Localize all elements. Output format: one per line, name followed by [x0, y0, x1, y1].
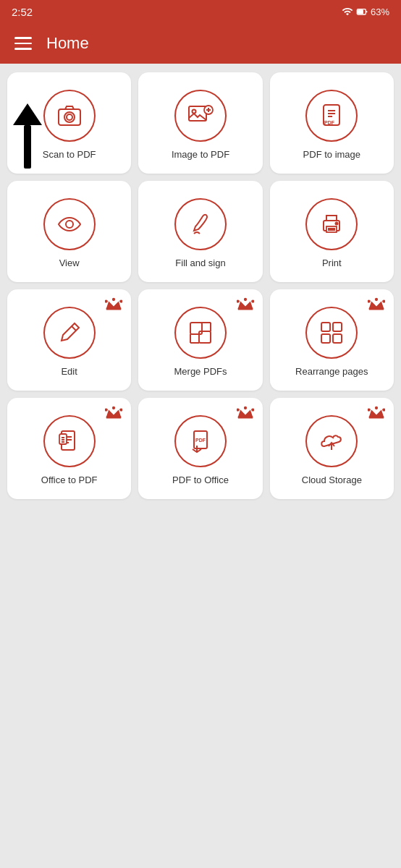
pdf-to-image-icon: PDF: [318, 102, 345, 129]
pdf-to-office-icon: PDF: [187, 427, 214, 455]
grid-item-fill-and-sign[interactable]: Fill and sign: [138, 181, 262, 282]
svg-point-22: [112, 298, 115, 301]
pdf-to-office-crown: [237, 405, 254, 422]
rearrange-icon: [318, 319, 345, 346]
crown-icon: [105, 405, 122, 420]
status-bar: 2:52 63%: [0, 0, 401, 23]
svg-rect-67: [369, 416, 384, 418]
fill-sign-icon: [187, 210, 214, 238]
svg-point-39: [375, 298, 378, 301]
svg-rect-37: [369, 307, 384, 310]
cloud-storage-label: Cloud Storage: [302, 475, 362, 487]
svg-point-5: [67, 114, 72, 120]
grid-item-view[interactable]: View: [7, 181, 131, 282]
merge-pdfs-label: Merge PDFs: [174, 366, 227, 378]
crown-icon: [105, 297, 122, 311]
svg-rect-46: [106, 416, 122, 418]
svg-point-18: [336, 222, 338, 224]
svg-rect-44: [333, 334, 342, 343]
menu-button[interactable]: [12, 34, 35, 53]
pdf-to-image-label: PDF to image: [303, 149, 360, 161]
arrow-indicator: [10, 103, 45, 169]
svg-text:PDF: PDF: [324, 120, 335, 125]
page-title: Home: [46, 34, 89, 53]
svg-point-62: [251, 408, 254, 411]
grid-item-pdf-to-office[interactable]: PDF PDF to Office: [138, 398, 262, 499]
svg-point-27: [237, 299, 240, 302]
edit-icon: [56, 319, 83, 346]
svg-rect-26: [237, 307, 253, 310]
grid-item-pdf-to-image[interactable]: PDF PDF to image: [270, 72, 394, 174]
svg-rect-59: [237, 416, 253, 418]
print-label: Print: [322, 258, 342, 270]
rearrange-icon-circle: [305, 307, 358, 359]
time: 2:52: [12, 6, 33, 18]
merge-icon-circle: [174, 307, 227, 359]
svg-point-38: [368, 299, 371, 302]
print-icon: [318, 210, 345, 238]
camera-icon: [56, 102, 83, 129]
grid-item-rearrange-pages[interactable]: Rearrange pages: [270, 289, 394, 391]
eye-icon: [56, 210, 83, 238]
crown-icon: [237, 297, 254, 311]
svg-rect-42: [333, 323, 342, 331]
rearrange-crown: [368, 297, 385, 314]
edit-label: Edit: [61, 366, 77, 378]
view-icon-circle: [43, 198, 96, 250]
svg-rect-41: [321, 323, 330, 331]
merge-crown: [237, 297, 254, 314]
office-to-pdf-label: Office to PDF: [41, 475, 98, 487]
svg-rect-2: [358, 10, 363, 14]
image-to-pdf-label: Image to PDF: [172, 149, 229, 161]
svg-rect-20: [106, 307, 122, 310]
svg-point-60: [237, 408, 240, 411]
fill-sign-icon-circle: [174, 198, 227, 250]
grid-item-print[interactable]: Print: [270, 181, 394, 282]
svg-point-28: [244, 298, 247, 301]
top-bar: Home: [0, 23, 401, 64]
svg-point-68: [368, 408, 371, 411]
grid-item-edit[interactable]: Edit: [7, 289, 131, 391]
print-icon-circle: [305, 198, 358, 250]
status-icons: 63%: [342, 6, 389, 17]
pdf-to-office-label: PDF to Office: [172, 475, 229, 487]
svg-point-40: [382, 299, 385, 302]
svg-point-13: [66, 221, 73, 228]
svg-point-70: [382, 408, 385, 411]
cloud-storage-crown: [368, 405, 385, 422]
pdf-to-office-icon-circle: PDF: [174, 415, 227, 467]
image-to-pdf-icon-circle: [174, 90, 227, 142]
scan-to-pdf-icon-circle: [43, 90, 96, 142]
battery-percent: 63%: [371, 7, 389, 17]
feature-grid: Scan to PDF Image to PDF PDF: [0, 64, 401, 508]
fill-and-sign-label: Fill and sign: [175, 258, 225, 270]
office-to-pdf-icon-circle: [43, 415, 96, 467]
battery-icon: [356, 6, 368, 17]
svg-point-48: [112, 407, 115, 409]
grid-item-office-to-pdf[interactable]: Office to PDF: [7, 398, 131, 499]
svg-rect-43: [321, 334, 330, 343]
edit-icon-circle: [43, 307, 96, 359]
svg-point-49: [119, 408, 122, 411]
svg-point-23: [119, 299, 122, 302]
crown-icon: [237, 405, 254, 420]
office-to-pdf-icon: [56, 427, 83, 455]
view-label: View: [59, 258, 80, 270]
svg-rect-30: [190, 323, 202, 334]
svg-line-24: [72, 326, 76, 331]
svg-point-69: [375, 407, 378, 409]
image-to-pdf-icon: [187, 102, 214, 129]
grid-item-merge-pdfs[interactable]: Merge PDFs: [138, 289, 262, 391]
grid-item-image-to-pdf[interactable]: Image to PDF: [138, 72, 262, 174]
svg-point-61: [244, 407, 247, 409]
rearrange-pages-label: Rearrange pages: [295, 366, 368, 378]
pdf-to-image-icon-circle: PDF: [305, 90, 358, 142]
merge-icon: [187, 319, 214, 346]
crown-icon: [368, 297, 385, 311]
office-to-pdf-crown: [105, 405, 122, 422]
scan-to-pdf-label: Scan to PDF: [43, 149, 96, 161]
grid-item-cloud-storage[interactable]: Cloud Storage: [270, 398, 394, 499]
edit-crown: [105, 297, 122, 314]
svg-point-47: [105, 408, 108, 411]
signal-icon: [342, 6, 353, 17]
